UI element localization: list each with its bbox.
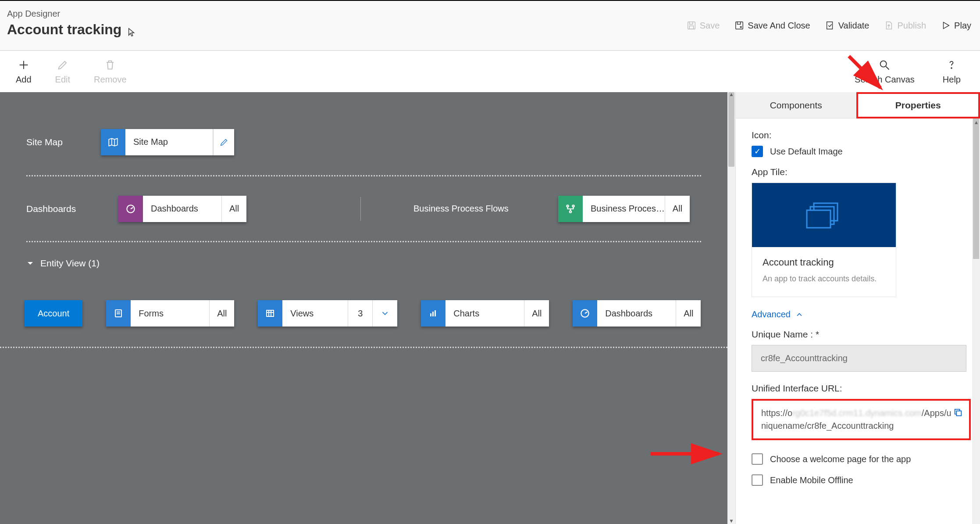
use-default-label: Use Default Image: [770, 147, 843, 157]
validate-button[interactable]: Validate: [825, 21, 870, 31]
copy-icon[interactable]: [953, 408, 963, 421]
charts-tail[interactable]: All: [524, 300, 549, 327]
remove-label: Remove: [94, 75, 126, 85]
checkbox-icon: [752, 474, 763, 486]
checkbox-icon: [752, 453, 763, 465]
save-close-label: Save And Close: [748, 21, 810, 31]
svg-rect-23: [432, 312, 434, 316]
entity-view-label: Entity View (1): [40, 258, 100, 269]
svg-rect-1: [689, 26, 693, 29]
welcome-label: Choose a welcome page for the app: [770, 454, 911, 464]
entity-dashboards-tail[interactable]: All: [676, 300, 701, 327]
tab-properties[interactable]: Properties: [856, 92, 980, 118]
dashboards-tail[interactable]: All: [222, 196, 246, 222]
play-button[interactable]: Play: [941, 21, 971, 31]
welcome-page-checkbox[interactable]: Choose a welcome page for the app: [752, 453, 964, 465]
svg-rect-18: [267, 310, 274, 316]
search-canvas-button[interactable]: Search Canvas: [855, 59, 915, 85]
entity-dashboards-label: Dashboards: [597, 300, 676, 327]
svg-point-12: [567, 205, 568, 207]
svg-rect-28: [807, 210, 830, 228]
sitemap-card-label: Site Map: [125, 129, 213, 155]
app-tile-preview: Account tracking An app to track account…: [752, 183, 896, 297]
tab-components[interactable]: Components: [736, 92, 856, 118]
help-label: Help: [943, 75, 961, 85]
bpf-section-label: Business Process Flows: [409, 204, 541, 214]
publish-button: Publish: [884, 21, 926, 31]
svg-line-7: [886, 66, 889, 69]
url-part: niquename/cr8fe_Accounttracking: [761, 421, 894, 431]
sitemap-card[interactable]: Site Map: [101, 129, 234, 155]
unique-name-field: cr8fe_Accounttracking: [752, 345, 966, 372]
dashboards-section-label: Dashboards: [26, 204, 101, 214]
entity-account[interactable]: Account: [25, 300, 82, 327]
bpf-tail[interactable]: All: [665, 196, 690, 222]
page-title: Account tracking: [7, 22, 121, 38]
divider: [360, 197, 361, 221]
url-label: Unified Interface URL:: [752, 383, 964, 394]
mobile-label: Enable Mobile Offline: [770, 475, 853, 485]
charts-card[interactable]: Charts All: [421, 300, 549, 327]
svg-point-13: [572, 205, 574, 207]
svg-point-14: [570, 211, 571, 212]
publish-label: Publish: [897, 21, 926, 31]
charts-label: Charts: [445, 300, 524, 327]
remove-button: Remove: [94, 59, 126, 85]
tile-title: Account tracking: [763, 257, 885, 268]
unified-interface-url[interactable]: https://org0c1e7f5d.crm11.dynamics.com/A…: [752, 399, 971, 440]
forms-tail[interactable]: All: [210, 300, 234, 327]
canvas-scrollbar[interactable]: ▲ ▼: [727, 92, 735, 524]
advanced-label: Advanced: [752, 309, 791, 319]
toolbar: Add Edit Remove Search Canvas Help: [0, 51, 980, 92]
bpf-card[interactable]: Business Proces… All: [558, 196, 690, 222]
svg-rect-2: [736, 22, 743, 29]
use-default-image-checkbox[interactable]: ✓ Use Default Image: [752, 146, 964, 157]
mobile-offline-checkbox[interactable]: Enable Mobile Offline: [752, 474, 964, 486]
svg-rect-3: [827, 22, 832, 29]
save-and-close-button[interactable]: Save And Close: [734, 21, 810, 31]
url-blurred: rg0c1e7f5d.crm11.dynamics.com: [792, 408, 922, 418]
help-button[interactable]: Help: [943, 59, 961, 85]
views-card[interactable]: Views 3: [258, 300, 397, 327]
add-label: Add: [16, 75, 32, 85]
edit-label: Edit: [55, 75, 70, 85]
svg-rect-0: [688, 22, 695, 29]
dashboards-card[interactable]: Dashboards All: [118, 196, 246, 222]
tile-description: An app to track accounts details.: [763, 274, 885, 284]
properties-panel: Components Properties Icon: ✓ Use Defaul…: [735, 92, 980, 524]
entity-dashboards-icon: [573, 300, 597, 327]
forms-card[interactable]: Forms All: [106, 300, 234, 327]
check-icon: ✓: [752, 146, 763, 157]
app-header: App Designer Account tracking Save Save …: [0, 0, 980, 51]
edit-button: Edit: [55, 59, 70, 85]
svg-rect-29: [956, 411, 961, 416]
views-count: 3: [348, 300, 373, 327]
url-part: /Apps/u: [922, 408, 951, 418]
breadcrumb: App Designer: [7, 9, 121, 19]
charts-icon: [421, 300, 445, 327]
apptile-label: App Tile:: [752, 167, 964, 177]
entity-dashboards-card[interactable]: Dashboards All: [573, 300, 701, 327]
design-canvas[interactable]: Site Map Site Map: [0, 92, 727, 524]
bpf-card-label: Business Proces…: [583, 196, 665, 222]
dashboards-card-label: Dashboards: [143, 196, 222, 222]
panel-scrollbar[interactable]: ▴: [972, 118, 980, 524]
svg-point-6: [880, 61, 887, 67]
svg-rect-22: [430, 313, 431, 316]
advanced-toggle[interactable]: Advanced: [752, 309, 964, 319]
views-dropdown[interactable]: [373, 300, 397, 327]
url-part: https://o: [761, 408, 792, 418]
search-label: Search Canvas: [855, 75, 915, 85]
save-button: Save: [687, 21, 720, 31]
dashboards-icon: [118, 196, 143, 222]
svg-rect-24: [435, 310, 436, 316]
sitemap-edit-icon[interactable]: [213, 129, 234, 155]
forms-icon: [106, 300, 131, 327]
bpf-icon: [558, 196, 583, 222]
chevron-up-icon: [795, 310, 804, 319]
sitemap-icon: [101, 129, 125, 155]
unique-name-label: Unique Name : *: [752, 329, 964, 340]
icon-label: Icon:: [752, 130, 964, 140]
add-button[interactable]: Add: [16, 59, 32, 85]
entity-view-toggle[interactable]: Entity View (1): [26, 258, 701, 269]
